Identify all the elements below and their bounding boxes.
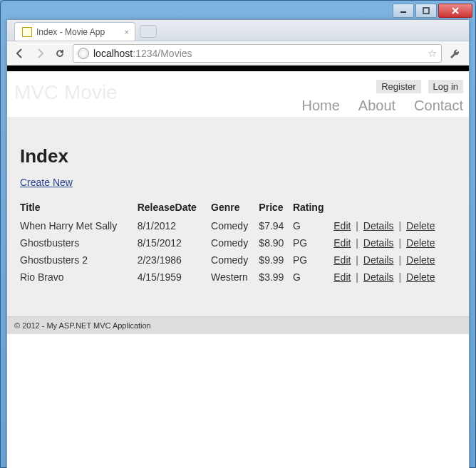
cell-title: When Harry Met Sally <box>20 217 138 234</box>
page-body: Index Create New Title ReleaseDate Genre… <box>7 117 469 316</box>
cell-title: Ghostbusters <box>20 234 138 251</box>
col-rating: Rating <box>293 199 333 217</box>
cell-price: $7.94 <box>259 217 293 234</box>
details-link[interactable]: Details <box>363 254 394 266</box>
edit-link[interactable]: Edit <box>333 271 351 283</box>
brand-title: MVC Movie <box>7 71 125 117</box>
details-link[interactable]: Details <box>363 237 394 249</box>
cell-rating: PG <box>293 234 333 251</box>
forward-button[interactable] <box>33 46 47 61</box>
page-viewport[interactable]: MVC Movie Register Log in Home About Con… <box>7 66 469 468</box>
svg-rect-1 <box>423 8 429 14</box>
cell-genre: Western <box>211 269 259 286</box>
tab-close-icon[interactable]: × <box>125 28 129 36</box>
cell-title: Ghostbusters 2 <box>20 251 138 269</box>
cell-actions: Edit | Details | Delete <box>333 217 456 234</box>
window-close-button[interactable] <box>438 4 472 18</box>
col-genre: Genre <box>211 199 259 217</box>
table-row: When Harry Met Sally8/1/2012Comedy$7.94G… <box>20 217 456 234</box>
nav-contact[interactable]: Contact <box>414 98 463 114</box>
cell-genre: Comedy <box>211 217 259 234</box>
cell-actions: Edit | Details | Delete <box>333 234 456 251</box>
browser-toolbar: localhost:1234/Movies ☆ <box>7 41 469 66</box>
account-links: Register Log in <box>376 80 463 93</box>
nav-home[interactable]: Home <box>301 98 339 114</box>
address-bar[interactable]: localhost:1234/Movies ☆ <box>73 44 442 63</box>
create-new-link[interactable]: Create New <box>20 177 73 188</box>
cell-actions: Edit | Details | Delete <box>333 251 456 269</box>
cell-rating: G <box>293 269 333 286</box>
reload-button[interactable] <box>53 46 67 61</box>
cell-rating: PG <box>293 251 333 269</box>
edit-link[interactable]: Edit <box>333 254 351 266</box>
cell-release: 8/1/2012 <box>138 217 211 234</box>
url-host: localhost <box>93 48 133 59</box>
login-link[interactable]: Log in <box>428 80 463 93</box>
browser-tab[interactable]: Index - Movie App × <box>14 22 135 41</box>
cell-release: 2/23/1986 <box>138 251 211 269</box>
cell-title: Rio Bravo <box>20 269 138 286</box>
table-row: Rio Bravo4/15/1959Western$3.99GEdit | De… <box>20 269 456 286</box>
site-header: MVC Movie Register Log in Home About Con… <box>7 71 469 117</box>
window-frame: Index - Movie App × localhost:1234/Movie… <box>0 0 476 468</box>
col-title: Title <box>20 199 138 217</box>
tab-title: Index - Movie App <box>36 27 105 37</box>
details-link[interactable]: Details <box>363 271 394 283</box>
delete-link[interactable]: Delete <box>406 220 435 232</box>
delete-link[interactable]: Delete <box>406 254 435 266</box>
table-row: Ghostbusters 22/23/1986Comedy$9.99PGEdit… <box>20 251 456 269</box>
window-titlebar <box>6 4 472 19</box>
window-maximize-button[interactable] <box>415 4 437 18</box>
back-button[interactable] <box>13 46 27 61</box>
page-title: Index <box>20 145 456 167</box>
table-row: Ghostbusters8/15/2012Comedy$8.90PGEdit |… <box>20 234 456 251</box>
bookmark-star-icon[interactable]: ☆ <box>428 47 437 60</box>
cell-genre: Comedy <box>211 234 259 251</box>
cell-actions: Edit | Details | Delete <box>333 269 456 286</box>
col-release: ReleaseDate <box>138 199 211 217</box>
register-link[interactable]: Register <box>376 80 420 93</box>
settings-wrench-icon[interactable] <box>447 46 463 61</box>
table-header-row: Title ReleaseDate Genre Price Rating <box>20 199 456 217</box>
cell-rating: G <box>293 217 333 234</box>
delete-link[interactable]: Delete <box>406 271 435 283</box>
globe-icon <box>78 48 89 59</box>
nav-about[interactable]: About <box>358 98 395 114</box>
cell-price: $3.99 <box>259 269 293 286</box>
tab-favicon-icon <box>22 27 32 37</box>
browser-window: Index - Movie App × localhost:1234/Movie… <box>6 19 470 468</box>
cell-price: $9.99 <box>259 251 293 269</box>
cell-price: $8.90 <box>259 234 293 251</box>
window-minimize-button[interactable] <box>393 4 414 18</box>
browser-tabstrip: Index - Movie App × <box>7 20 469 41</box>
cell-release: 4/15/1959 <box>138 269 211 286</box>
edit-link[interactable]: Edit <box>333 220 351 232</box>
edit-link[interactable]: Edit <box>333 237 351 249</box>
col-actions <box>333 199 456 217</box>
delete-link[interactable]: Delete <box>406 237 435 249</box>
cell-release: 8/15/2012 <box>138 234 211 251</box>
top-black-bar <box>7 66 469 71</box>
col-price: Price <box>259 199 293 217</box>
new-tab-button[interactable] <box>140 25 157 38</box>
page-footer: © 2012 - My ASP.NET MVC Application <box>7 316 469 334</box>
main-nav: Home About Contact <box>301 98 463 117</box>
movies-table: Title ReleaseDate Genre Price Rating Whe… <box>20 199 456 286</box>
cell-genre: Comedy <box>211 251 259 269</box>
url-path: :1234/Movies <box>133 48 192 59</box>
details-link[interactable]: Details <box>363 220 394 232</box>
